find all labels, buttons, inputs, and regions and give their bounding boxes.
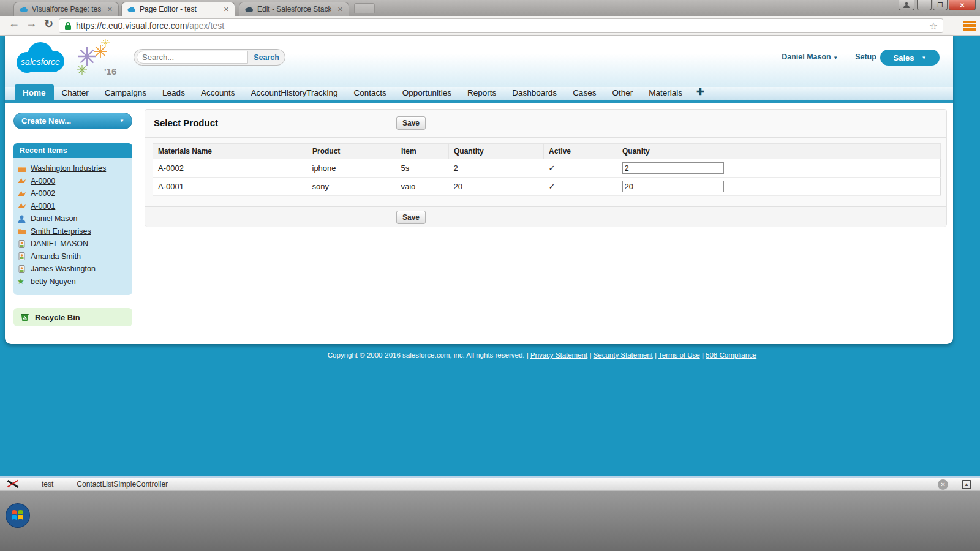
app-menu-button[interactable]: Sales▼ xyxy=(880,50,940,66)
lead-star-icon: ★ xyxy=(17,277,26,286)
terms-of-use-link[interactable]: Terms of Use xyxy=(658,351,700,359)
search-input[interactable] xyxy=(137,51,248,64)
products-table: Materials Name Product Item Quantity Act… xyxy=(153,143,941,196)
list-item: DANIEL MASON xyxy=(17,238,129,250)
recent-item-link[interactable]: betty Nguyen xyxy=(31,277,76,286)
setup-link[interactable]: Setup xyxy=(855,53,876,61)
save-button-top[interactable]: Save xyxy=(396,116,426,130)
windows-logo-icon xyxy=(4,502,31,529)
copyright-text: Copyright © 2000-2016 salesforce.com, in… xyxy=(328,351,525,359)
cell-materials-name: A-0001 xyxy=(153,178,307,196)
tab-contacts[interactable]: Contacts xyxy=(345,84,394,100)
tab-opportunities[interactable]: Opportunities xyxy=(394,84,459,100)
tab-close-icon[interactable]: ✕ xyxy=(335,6,343,13)
minimize-button[interactable]: – xyxy=(917,0,932,10)
restore-button[interactable]: ❐ xyxy=(933,0,948,10)
tab-reports[interactable]: Reports xyxy=(459,84,504,100)
quanity-input[interactable] xyxy=(622,162,724,174)
page-card: salesforce '16 Search Daniel Mason xyxy=(5,36,953,344)
close-button[interactable]: ✕ xyxy=(949,0,976,10)
list-item: Daniel Mason xyxy=(17,212,129,225)
recent-item-link[interactable]: A-0000 xyxy=(31,177,55,186)
reload-button[interactable]: ↻ xyxy=(44,17,53,31)
user-menu[interactable]: Daniel Mason ▼ xyxy=(782,53,838,61)
recycle-bin[interactable]: Recycle Bin xyxy=(13,308,132,326)
salesforce-header: salesforce '16 Search Daniel Mason xyxy=(5,36,953,87)
508-compliance-link[interactable]: 508 Compliance xyxy=(706,351,756,359)
tab-title: Page Editor - test xyxy=(140,5,217,13)
new-tab-button[interactable] xyxy=(354,3,375,13)
privacy-statement-link[interactable]: Privacy Statement xyxy=(530,351,587,359)
browser-tab-1[interactable]: Visualforce Page: test ~ S ✕ xyxy=(13,2,119,16)
padlock-icon xyxy=(64,21,72,31)
chevron-down-icon: ▼ xyxy=(119,118,124,124)
recent-item-link[interactable]: Amanda Smith xyxy=(31,252,81,261)
tab-close-icon[interactable]: ✕ xyxy=(105,6,113,13)
browser-toolbar: ← → ↻ https://c.eu0.visual.force.com/ape… xyxy=(0,16,980,36)
user-icon xyxy=(17,214,26,223)
list-item: A-0002 xyxy=(17,187,129,200)
tab-chatter[interactable]: Chatter xyxy=(54,84,97,100)
recent-item-link[interactable]: A-0002 xyxy=(31,189,55,198)
browser-tab-2-active[interactable]: Page Editor - test ✕ xyxy=(121,2,235,16)
tab-dashboards[interactable]: Dashboards xyxy=(504,84,565,100)
tab-title: Visualforce Page: test ~ S xyxy=(32,5,101,13)
table-row: A-0002 iphone 5s 2 ✓ xyxy=(153,159,941,178)
quanity-input[interactable] xyxy=(622,181,724,192)
dev-bar-collapse-icon[interactable]: ▲ xyxy=(962,480,971,489)
tab-cases[interactable]: Cases xyxy=(565,84,604,100)
create-new-button[interactable]: Create New...▼ xyxy=(13,113,132,129)
dev-bar-close-icon[interactable]: ✕ xyxy=(938,479,948,490)
start-button[interactable] xyxy=(4,502,31,529)
security-statement-link[interactable]: Security Statement xyxy=(594,351,653,359)
recent-item-link[interactable]: DANIEL MASON xyxy=(31,239,88,248)
forward-button[interactable]: → xyxy=(26,17,37,30)
back-button[interactable]: ← xyxy=(9,17,20,30)
tab-other[interactable]: Other xyxy=(604,84,641,100)
custom-object-icon xyxy=(17,201,26,211)
tab-accounts[interactable]: Accounts xyxy=(193,84,243,100)
profile-button[interactable] xyxy=(899,0,914,10)
salesforce-cloud-icon xyxy=(20,6,28,12)
tab-home[interactable]: Home xyxy=(15,84,54,100)
dev-mode-bar: test ContactListSimpleController ✕ ▲ xyxy=(0,476,980,490)
url-host: https://c.eu0.visual.force.com xyxy=(76,21,187,31)
recent-item-link[interactable]: Daniel Mason xyxy=(31,214,77,223)
tab-leads[interactable]: Leads xyxy=(154,84,193,100)
recent-item-link[interactable]: Washington Industries xyxy=(31,164,106,173)
chevron-down-icon: ▼ xyxy=(922,55,927,61)
recycle-bin-icon xyxy=(20,312,30,323)
search-button[interactable]: Search xyxy=(248,53,285,62)
cell-materials-name: A-0002 xyxy=(153,159,307,178)
cell-quantity: 2 xyxy=(449,159,544,178)
tab-materials[interactable]: Materials xyxy=(641,84,690,100)
recent-items-panel: Recent Items Washington Industries A-000… xyxy=(13,143,132,295)
active-checkmark-icon: ✓ xyxy=(544,159,617,178)
tab-title: Edit - Salesforce Stack Exc xyxy=(257,5,331,13)
browser-titlebar: Visualforce Page: test ~ S ✕ Page Editor… xyxy=(0,0,980,16)
list-item: ★ betty Nguyen xyxy=(17,276,129,288)
recent-item-link[interactable]: James Washington xyxy=(31,264,96,273)
add-tab-icon[interactable]: ✚ xyxy=(690,83,710,100)
windows-taskbar: e xyxy=(0,490,980,551)
save-button-bottom[interactable]: Save xyxy=(396,211,426,224)
recent-item-link[interactable]: A-0001 xyxy=(31,202,55,211)
bookmark-star-icon[interactable]: ☆ xyxy=(929,20,938,32)
custom-object-icon xyxy=(17,176,26,186)
browser-tab-3[interactable]: Edit - Salesforce Stack Exc ✕ xyxy=(239,2,349,16)
dev-tab-page[interactable]: test xyxy=(42,480,53,489)
table-header-row: Materials Name Product Item Quantity Act… xyxy=(153,144,941,159)
panel-footer: Save xyxy=(145,206,946,227)
tab-close-icon[interactable]: ✕ xyxy=(221,6,229,13)
contact-card-icon xyxy=(17,239,26,249)
tab-accounthistorytracking[interactable]: AccountHistoryTracking xyxy=(243,84,345,100)
chevron-down-icon: ▼ xyxy=(833,55,838,61)
tab-campaigns[interactable]: Campaigns xyxy=(97,84,154,100)
panel-header: Select Product Save xyxy=(145,110,946,138)
chrome-menu-icon[interactable] xyxy=(963,21,976,31)
col-materials-name: Materials Name xyxy=(153,144,307,159)
dev-tab-controller[interactable]: ContactListSimpleController xyxy=(77,480,168,489)
address-bar[interactable]: https://c.eu0.visual.force.com/apex/test… xyxy=(59,18,943,33)
account-folder-icon xyxy=(17,164,26,173)
recent-item-link[interactable]: Smith Enterprises xyxy=(31,227,91,236)
